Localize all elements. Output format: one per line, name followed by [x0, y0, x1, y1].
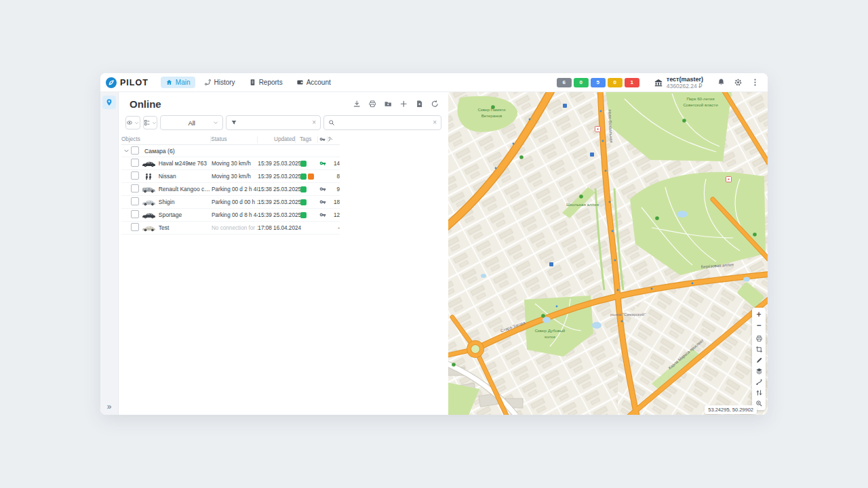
filter-row: All × × — [119, 114, 448, 134]
visibility-options-button[interactable] — [125, 116, 140, 129]
satellite-count: 12 — [327, 212, 340, 218]
group-label: Самара (6) — [144, 148, 175, 155]
row-checkbox[interactable] — [131, 197, 139, 205]
object-updated: 15:38 25.03.2025 — [258, 186, 296, 192]
counter-red[interactable]: 1 — [625, 78, 639, 87]
tab-main[interactable]: Main — [161, 77, 195, 88]
tab-label: History — [214, 79, 235, 86]
group-select[interactable]: All — [160, 115, 223, 130]
row-checkbox[interactable] — [131, 210, 139, 218]
search-field[interactable]: × — [323, 115, 441, 130]
satellite-count: 18 — [327, 199, 340, 205]
object-updated: 17:08 16.04.2024 — [258, 225, 296, 231]
object-updated: 15:39 25.03.2025 — [258, 199, 296, 205]
ignition-off-icon — [319, 211, 326, 218]
row-checkbox[interactable] — [131, 223, 139, 231]
search-input[interactable] — [338, 119, 430, 127]
tab-label: Reports — [259, 79, 283, 86]
tab-reports[interactable]: Reports — [244, 77, 288, 88]
object-updated: 15:39 25.03.2025 — [258, 174, 296, 180]
object-name: Test — [159, 224, 212, 231]
updated-header[interactable]: Updated — [258, 136, 295, 142]
table-row[interactable]: Nissan Moving 30 km/h 15:39 25.03.2025 8 — [121, 170, 340, 183]
ignition-off-icon — [319, 199, 326, 205]
app-logo[interactable]: PILOT — [106, 77, 149, 88]
online-mode-button[interactable] — [102, 96, 116, 109]
user-name: тест(master) — [667, 76, 703, 83]
tag-filter-input[interactable] — [240, 119, 309, 127]
map-panel[interactable]: Сквер Памяти Ветеранов Парк 60-летия Сов… — [448, 92, 768, 415]
map-coordinates: 53.24295, 50.29902 — [705, 405, 757, 414]
counter-blue[interactable]: 5 — [591, 78, 606, 87]
satellites-header[interactable] — [328, 136, 340, 142]
park-label: Советской власти — [683, 102, 718, 107]
home-icon — [165, 79, 173, 86]
row-checkbox[interactable] — [131, 159, 139, 167]
status-header[interactable]: Status — [211, 136, 257, 142]
account-summary[interactable]: тест(master) 4360262.24 ₽ — [654, 76, 703, 89]
table-row[interactable]: Sportage Parking 00 d 8 h 44 min 15:39 2… — [121, 209, 340, 222]
park-label: Парк 60-летия — [686, 96, 714, 101]
map-frame-button[interactable] — [753, 344, 765, 354]
more-menu-button[interactable] — [749, 77, 761, 89]
row-checkbox[interactable] — [131, 184, 139, 192]
import-button[interactable] — [414, 98, 425, 109]
map-route-button[interactable] — [753, 376, 765, 387]
map-measure-button[interactable] — [753, 354, 765, 365]
notifications-button[interactable] — [715, 77, 727, 89]
table-row[interactable]: Renault Kangoo c550ey1... Parking 00 d 2… — [121, 183, 340, 196]
refresh-icon — [431, 100, 439, 108]
object-name: Renault Kangoo c550ey1... — [159, 186, 212, 192]
grouping-options-button[interactable] — [143, 116, 158, 129]
tab-label: Main — [176, 79, 191, 86]
chevron-down-icon — [152, 121, 157, 125]
object-status: Parking 00 d 00 h 16 min — [212, 199, 258, 205]
add-object-button[interactable] — [398, 98, 409, 109]
print-button[interactable] — [367, 98, 378, 109]
zoom-out-button[interactable]: − — [753, 320, 765, 331]
tab-history[interactable]: History — [199, 77, 240, 88]
clear-search-icon[interactable]: × — [433, 119, 437, 126]
table-row[interactable]: Test No connection for 12 mo 17:08 16.04… — [121, 222, 340, 235]
group-row[interactable]: Самара (6) — [121, 145, 340, 157]
counter-green[interactable]: 0 — [574, 78, 589, 87]
tag-filter-field[interactable]: × — [226, 115, 321, 130]
vehicle-photo — [141, 160, 156, 167]
clear-filter-icon[interactable]: × — [312, 119, 316, 126]
counter-total[interactable]: 6 — [557, 78, 572, 87]
tab-account[interactable]: Account — [292, 77, 336, 88]
top-bar: PILOT Main History Reports Account 6 — [100, 73, 768, 92]
collapse-group-icon[interactable] — [121, 148, 131, 154]
map-layers-button[interactable] — [753, 365, 765, 376]
chevron-down-icon — [213, 120, 218, 125]
counter-yellow[interactable]: 0 — [608, 78, 623, 87]
table-row[interactable]: Haval м249ме 763 Moving 30 km/h 15:39 25… — [121, 157, 340, 170]
objects-panel: Online — [119, 92, 448, 415]
ignition-header[interactable] — [318, 136, 327, 142]
export-button[interactable] — [351, 98, 362, 109]
object-name: Sportage — [159, 211, 212, 218]
object-status: No connection for 12 mo — [212, 225, 258, 231]
row-checkbox[interactable] — [131, 171, 139, 180]
zoom-in-button[interactable]: + — [753, 309, 765, 320]
add-group-button[interactable] — [382, 98, 393, 109]
download-icon — [353, 100, 361, 108]
panel-title: Online — [130, 98, 161, 110]
expand-panel-button[interactable]: » — [100, 402, 118, 411]
table-row[interactable]: Shigin Parking 00 d 00 h 16 min 15:39 25… — [121, 196, 340, 209]
group-checkbox[interactable] — [131, 146, 139, 155]
chevron-down-icon — [134, 121, 139, 125]
route-s-icon — [755, 378, 763, 386]
map-pin-icon — [105, 98, 113, 106]
map[interactable]: Сквер Памяти Ветеранов Парк 60-летия Сов… — [448, 92, 768, 415]
funnel-icon — [231, 119, 237, 126]
object-tags — [296, 161, 318, 167]
tags-header[interactable]: Tags — [296, 136, 317, 142]
objects-header[interactable]: Objects — [121, 136, 210, 142]
map-print-button[interactable] — [753, 333, 765, 344]
settings-button[interactable] — [732, 77, 744, 89]
object-name: Haval м249ме 763 — [159, 160, 212, 167]
map-traffic-button[interactable] — [753, 387, 765, 398]
refresh-button[interactable] — [429, 98, 440, 109]
layers-icon — [755, 367, 763, 375]
